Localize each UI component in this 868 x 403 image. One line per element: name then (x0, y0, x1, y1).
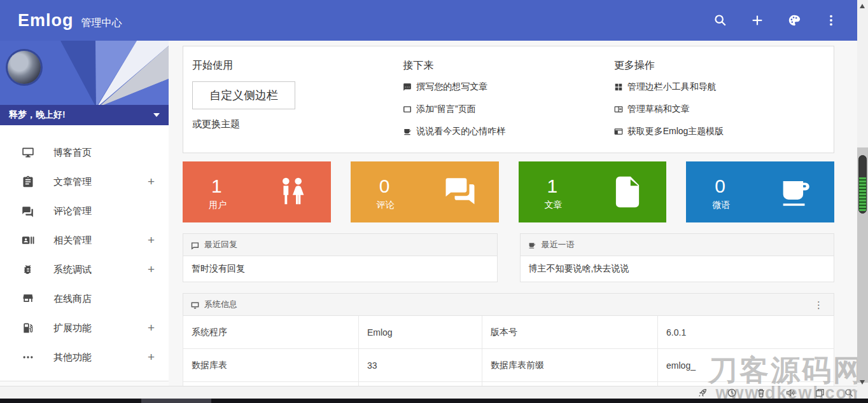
welcome-card: 开始使用 自定义侧边栏 或更换主题 接下来 撰写您的想写文章 添加“留言”页面 … (183, 46, 834, 153)
expand-plus[interactable]: + (148, 263, 155, 277)
getting-started-column: 开始使用 自定义侧边栏 或更换主题 (192, 59, 403, 137)
add-icon[interactable] (750, 13, 765, 28)
brand[interactable]: Emlog 管理中心 (18, 11, 122, 31)
recent-replies-body: 暂时没有回复 (183, 256, 498, 282)
file-icon (609, 174, 646, 210)
window-copy-icon[interactable] (815, 388, 825, 398)
vertical-scrollbar[interactable] (857, 0, 868, 399)
contacts-icon (22, 234, 34, 247)
next-steps-column: 接下来 撰写您的想写文章 添加“留言”页面 说说看今天的心情咋样 (403, 59, 613, 137)
recent-panels: 最近回复 暂时没有回复 最近一语 博主不知要说啥,快去说说 (183, 233, 834, 282)
sidebar-item-extensions[interactable]: 扩展功能 + (0, 313, 169, 343)
os-taskbar-edge[interactable] (0, 399, 868, 403)
table-row: 数据库表 33 数据库表前缀 emlog_ (183, 349, 834, 382)
sidebar-item-comments[interactable]: 评论管理 (0, 196, 169, 226)
admin-center-title: 管理中心 (81, 17, 122, 30)
more-vert-icon[interactable] (823, 13, 839, 28)
coffee-icon (777, 174, 814, 210)
sidebar-item-related[interactable]: 相关管理 + (0, 226, 169, 255)
greeting-text: 释梦，晚上好! (9, 109, 66, 121)
main-content: 开始使用 自定义侧边栏 或更换主题 接下来 撰写您的想写文章 添加“留言”页面 … (169, 41, 857, 403)
expand-plus[interactable]: + (148, 175, 155, 189)
scroll-down-arrow-icon[interactable] (860, 380, 865, 385)
system-info-header: 系统信息 ⋮ (183, 293, 834, 316)
screenshot-toolbar (0, 386, 868, 399)
sidebar-item-system-debug[interactable]: 系统调试 + (0, 255, 169, 284)
people-icon (274, 174, 311, 210)
bug-icon (22, 263, 34, 276)
taskbar-active-segment (141, 399, 211, 403)
expand-plus[interactable]: + (148, 321, 155, 335)
more-actions-column: 更多操作 管理边栏小工具和导航 管理草稿和文章 获取更多Emlog主题模版 (614, 59, 825, 137)
plugin-icon (22, 322, 34, 334)
scroll-up-arrow-icon[interactable] (860, 4, 865, 8)
recent-word-header: 最近一语 (520, 233, 835, 256)
more-actions-title: 更多操作 (614, 59, 812, 72)
emlog-admin-app: Emlog 管理中心 (0, 0, 868, 403)
store-icon (22, 292, 34, 305)
sidebar-item-blog-home[interactable]: 博客首页 (0, 138, 169, 167)
search-icon[interactable] (713, 13, 728, 28)
change-theme-link[interactable]: 或更换主题 (192, 118, 390, 130)
header-actions (713, 13, 839, 28)
magnifier-icon[interactable] (844, 388, 854, 398)
comments-icon (22, 205, 34, 217)
chevron-down-icon[interactable] (153, 113, 160, 117)
scrollbar-thumb[interactable] (858, 155, 867, 214)
theme-icon (614, 127, 623, 136)
monitor-icon (191, 301, 199, 309)
scroll-progress-stripes (859, 177, 866, 211)
sidebar-menu: 博客首页 文章管理 + 评论管理 相关管理 + 系统调试 + (0, 125, 169, 403)
table-row: 系统程序 Emlog 版本号 6.0.1 (183, 316, 834, 349)
next-steps-title: 接下来 (403, 59, 601, 72)
book-icon (614, 105, 623, 114)
monitor-icon (22, 146, 34, 159)
palette-icon[interactable] (787, 13, 802, 28)
history-icon[interactable] (727, 388, 737, 398)
rocket-icon[interactable] (697, 388, 708, 398)
forum-icon (442, 174, 479, 210)
write-article-link[interactable]: 撰写您的想写文章 (403, 81, 601, 93)
customize-sidebar-button[interactable]: 自定义侧边栏 (192, 81, 295, 109)
stat-card-microblog[interactable]: 0 微语 (686, 161, 834, 222)
stat-card-comments[interactable]: 0 评论 (351, 161, 499, 222)
expand-plus[interactable]: + (148, 350, 155, 364)
getting-started-title: 开始使用 (192, 59, 390, 72)
expand-plus[interactable]: + (148, 233, 155, 247)
stat-cards: 1 用户 0 评论 1 文章 0 微语 (183, 161, 834, 222)
get-themes-link[interactable]: 获取更多Emlog主题模版 (614, 126, 812, 137)
clipboard-icon (22, 175, 34, 188)
trash-icon[interactable] (756, 388, 766, 398)
sidebar-item-articles[interactable]: 文章管理 + (0, 167, 169, 196)
sidebar-item-online-store[interactable]: 在线商店 (0, 284, 169, 313)
sidebar: 释梦，晚上好! 博客首页 文章管理 + 评论管理 相 (0, 41, 169, 403)
manage-widgets-link[interactable]: 管理边栏小工具和导航 (614, 81, 812, 93)
coffee-icon (403, 127, 412, 136)
app-header: Emlog 管理中心 (0, 0, 868, 41)
stat-card-users[interactable]: 1 用户 (183, 161, 331, 222)
greeting-bar[interactable]: 释梦，晚上好! (0, 105, 169, 125)
add-guestbook-page-link[interactable]: 添加“留言”页面 (403, 104, 601, 115)
stat-card-articles[interactable]: 1 文章 (519, 161, 667, 222)
recent-replies-header: 最近回复 (183, 233, 498, 256)
user-avatar[interactable] (8, 51, 41, 84)
compose-icon (403, 83, 412, 92)
post-mood-link[interactable]: 说说看今天的心情咋样 (403, 126, 601, 137)
manage-drafts-link[interactable]: 管理草稿和文章 (614, 104, 812, 115)
sidebar-item-other[interactable]: 其他功能 + (0, 343, 169, 372)
emlog-logo: Emlog (18, 11, 74, 31)
page-icon (403, 105, 412, 114)
user-panel: 释梦，晚上好! (0, 41, 169, 125)
more-vert-icon[interactable]: ⋮ (811, 299, 826, 311)
ellipsis-icon (22, 351, 34, 364)
recent-replies-panel: 最近回复 暂时没有回复 (183, 233, 498, 282)
widgets-icon (614, 83, 623, 92)
comment-icon (191, 241, 199, 249)
volume-icon[interactable] (785, 388, 795, 398)
recent-word-panel: 最近一语 博主不知要说啥,快去说说 (520, 233, 835, 282)
recent-word-body: 博主不知要说啥,快去说说 (520, 256, 835, 282)
coffee-icon (528, 241, 536, 249)
